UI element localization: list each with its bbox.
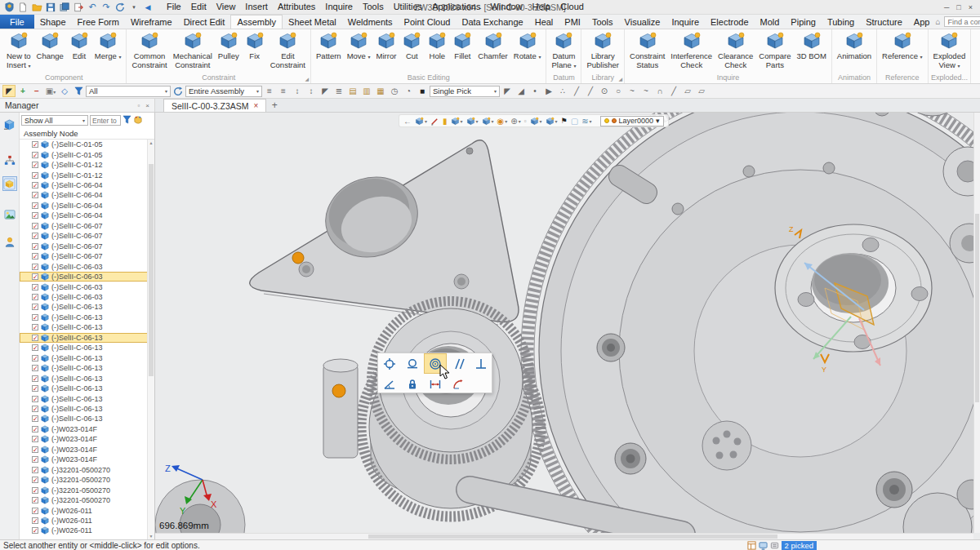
align-middle-icon[interactable]: ≡: [277, 85, 290, 97]
point-icon[interactable]: •: [528, 85, 541, 97]
tree-row[interactable]: ✓(-)SelII-C-06-07: [20, 231, 154, 241]
open-file-icon[interactable]: [31, 2, 42, 13]
move-button[interactable]: Move ▾: [345, 30, 373, 62]
reference-button[interactable]: Reference ▾: [880, 30, 925, 62]
mirror-button[interactable]: Mirror: [374, 30, 399, 62]
tree-row[interactable]: ✓(-)SelII-C-06-03: [20, 282, 154, 291]
align-bottom-icon[interactable]: ↕: [291, 85, 304, 97]
circle-center-icon[interactable]: ⊙: [598, 85, 611, 97]
fillet-button[interactable]: Fillet: [450, 30, 474, 62]
rotate-button[interactable]: Rotate ▾: [511, 30, 544, 62]
tree-row[interactable]: ✓(-)32201-0500270: [20, 465, 154, 475]
pulley-button[interactable]: Pulley: [216, 30, 242, 62]
checkbox-checked-icon[interactable]: ✓: [32, 141, 38, 148]
document-tab[interactable]: SelII-C-00-3.Z3ASM ×: [163, 99, 266, 112]
tab-visualize[interactable]: Visualize: [619, 15, 666, 29]
new-tab-button[interactable]: +: [266, 99, 283, 112]
scatter-icon[interactable]: ∴: [556, 85, 569, 97]
pattern-button[interactable]: Pattern: [314, 30, 344, 62]
spline-icon[interactable]: ~: [626, 85, 639, 97]
tab-mold[interactable]: Mold: [755, 15, 786, 29]
checkbox-checked-icon[interactable]: ✓: [32, 415, 38, 422]
mdi-minimize-icon[interactable]: ─: [944, 3, 949, 11]
checkbox-checked-icon[interactable]: ✓: [32, 335, 38, 341]
align-top-icon[interactable]: ≡: [263, 85, 276, 97]
tab-sheet-metal[interactable]: Sheet Metal: [283, 15, 342, 29]
pick-arrow-icon[interactable]: ◤: [2, 85, 16, 97]
checkbox-checked-icon[interactable]: ✓: [32, 365, 38, 371]
tree-row[interactable]: ✓(-)SelII-C-06-13: [20, 353, 154, 363]
checkbox-checked-icon[interactable]: ✓: [32, 508, 38, 514]
checkbox-checked-icon[interactable]: ✓: [32, 152, 38, 158]
pinion-gear-part[interactable]: [361, 301, 541, 517]
menu-applications[interactable]: Applications: [427, 0, 485, 14]
dialog-launcher-icon[interactable]: ◢: [618, 76, 622, 82]
tab-point-cloud[interactable]: Point Cloud: [399, 15, 457, 29]
app-logo-icon[interactable]: [3, 2, 15, 13]
memory-icon[interactable]: [770, 541, 779, 550]
tree-row[interactable]: ✓(-)SelII-C-01-12: [20, 160, 154, 170]
tree-row[interactable]: ✓(-)SelII-C-06-04: [20, 201, 154, 211]
tree-row[interactable]: ✓(-)SelII-C-01-05: [20, 140, 154, 149]
tree-row[interactable]: ✓(-)W026-011: [20, 505, 154, 515]
save-as-icon[interactable]: [59, 2, 70, 13]
funnel-icon[interactable]: [122, 115, 131, 126]
line-icon[interactable]: ╱: [570, 85, 583, 97]
datum-plane-button[interactable]: DatumPlane ▾: [549, 30, 578, 71]
tab-heal[interactable]: Heal: [529, 15, 559, 29]
hscroll-thumb[interactable]: [368, 534, 777, 539]
appearance-icon[interactable]: ▮: [443, 117, 448, 126]
history-clock-icon[interactable]: ◷: [388, 85, 401, 97]
pick-last-icon[interactable]: ◤: [318, 85, 332, 97]
plane-icon[interactable]: ▱: [681, 85, 694, 97]
tab-close-icon[interactable]: ×: [254, 101, 259, 110]
tab-app[interactable]: App: [908, 15, 936, 29]
tab-piping[interactable]: Piping: [785, 15, 822, 29]
checkbox-checked-icon[interactable]: ✓: [32, 314, 38, 321]
close-icon[interactable]: ×: [145, 102, 149, 109]
assembly-tree-manager-icon[interactable]: [2, 118, 17, 132]
compare-parts-button[interactable]: CompareParts: [756, 30, 793, 71]
tab-electrode[interactable]: Electrode: [705, 15, 754, 29]
clip-plane-icon[interactable]: ▾: [530, 117, 542, 126]
tab-tools[interactable]: Tools: [586, 15, 619, 29]
shaded-mode-icon[interactable]: ▾: [482, 117, 494, 126]
tab-direct-edit[interactable]: Direct Edit: [178, 15, 231, 29]
tab-weldments[interactable]: Weldments: [342, 15, 399, 29]
tree-row[interactable]: ✓(-)32201-0500270: [20, 485, 154, 495]
viewport-vscrollbar[interactable]: [973, 113, 980, 533]
checkbox-checked-icon[interactable]: ✓: [32, 324, 38, 330]
tab-free-form[interactable]: Free Form: [72, 15, 125, 29]
menu-inquire[interactable]: Inquire: [320, 0, 358, 14]
tree-row[interactable]: ✓(-)W023-014F: [20, 434, 154, 444]
circle-icon[interactable]: ○: [612, 85, 625, 97]
menu-cloud[interactable]: Cloud: [555, 0, 589, 14]
tab-wireframe[interactable]: Wireframe: [125, 15, 178, 29]
checkbox-checked-icon[interactable]: ✓: [32, 487, 38, 494]
menu-insert[interactable]: Insert: [240, 0, 273, 14]
checkbox-checked-icon[interactable]: ✓: [32, 253, 38, 259]
menu-utilities[interactable]: Utilities: [389, 0, 427, 14]
undo-icon[interactable]: ↶: [87, 2, 98, 13]
home-icon[interactable]: ⌂: [935, 17, 940, 26]
coincident-constraint-icon[interactable]: [378, 353, 401, 374]
sketch-edit-icon[interactable]: [430, 117, 439, 126]
tree-row[interactable]: ✓(-)W023-014F: [20, 455, 154, 464]
compass-icon[interactable]: ⊕▾: [510, 117, 520, 126]
redo-icon[interactable]: ↷: [100, 2, 112, 13]
perpendicular-constraint-icon[interactable]: [470, 353, 492, 374]
angle-constraint-icon[interactable]: [378, 374, 401, 394]
3d-viewport[interactable]: Z Y: [155, 113, 980, 539]
checkbox-checked-icon[interactable]: ✓: [32, 436, 38, 442]
tree-row[interactable]: ✓(-)W026-011: [20, 516, 154, 526]
filter-list-icon[interactable]: [72, 85, 85, 97]
vscroll-thumb[interactable]: [975, 214, 979, 403]
checkbox-checked-icon[interactable]: ✓: [32, 273, 38, 280]
orange-marker-plate[interactable]: [292, 252, 304, 264]
layer-combo[interactable]: Layer0000▾: [600, 116, 664, 126]
tree-row[interactable]: ✓(-)SelII-C-06-13: [20, 322, 154, 332]
grid-toggle-icon[interactable]: ▫: [524, 118, 527, 125]
mdi-restore-icon[interactable]: □: [956, 3, 960, 11]
edit-constraint-button[interactable]: EditConstraint: [268, 30, 308, 71]
checkbox-checked-icon[interactable]: ✓: [32, 223, 38, 229]
